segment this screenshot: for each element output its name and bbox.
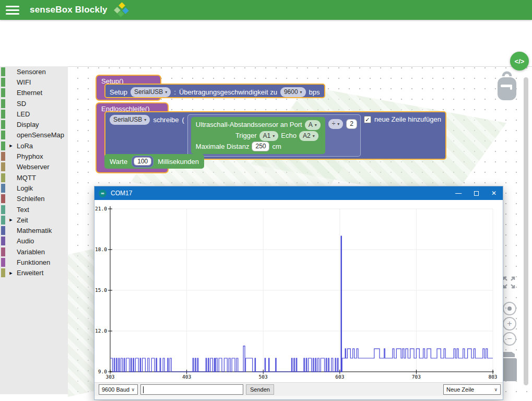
category-label: Webserver [17,163,50,171]
category-label: Display [17,121,39,128]
toolbox-category-erweitert[interactable]: ►Erweitert [0,268,68,278]
toolbox-category-opensensemap[interactable]: openSenseMap [0,130,68,140]
serial-print-block[interactable]: SerialUSB▾ schreibe ( Ultraschall-Abstan… [104,111,446,160]
max-distance-field[interactable]: 250 [252,141,269,151]
toolbox-category-audio[interactable]: Audio [0,236,68,246]
category-label: MQTT [17,174,36,182]
chevron-down-icon: ▾ [315,121,317,129]
sensor-label: Ultraschall-Abstandssensor an Port [196,121,302,128]
workspace-scrollbar[interactable] [524,77,528,385]
category-label: Audio [17,237,34,245]
divisor-field[interactable]: 2 [346,119,357,129]
category-color-chip [1,110,5,119]
zoom-reset-icon[interactable] [503,302,516,315]
minimize-button[interactable]: — [450,186,467,200]
echo-pin-dropdown[interactable]: A2▾ [299,131,318,141]
close-button[interactable]: ✕ [485,186,503,200]
category-label: Zeit [17,216,28,224]
trigger-pin-dropdown[interactable]: A1▾ [259,131,279,141]
toolbox-category-mqtt[interactable]: MQTT [0,172,68,183]
serial-port-dropdown[interactable]: SerialUSB▾ [131,87,171,97]
toolbox-category-webserver[interactable]: Webserver [0,162,68,172]
category-color-chip [1,268,5,277]
serial-begin-block[interactable]: Setup SerialUSB▾ : Übertragungsgeschwind… [104,84,325,98]
show-code-button[interactable]: </> [510,52,529,70]
category-label: LED [17,110,30,118]
baudrate-dropdown[interactable]: 9600▾ [280,87,306,97]
write-label: schreibe [153,114,179,126]
category-label: Text [17,206,29,214]
category-color-chip [1,226,5,235]
sensor-port-dropdown[interactable]: A▾ [305,120,321,130]
toolbox-category-sd[interactable]: SD [0,98,68,109]
line-ending-select[interactable]: Neue Zeile ∨ [443,384,501,395]
fullscreen-toggle-icon[interactable] [502,276,516,291]
serial-message-input[interactable] [140,384,243,395]
maximize-button[interactable] [467,186,485,200]
number-shadow-block[interactable]: 100 [132,156,153,168]
category-color-chip [1,99,5,108]
backpack-icon[interactable] [494,71,519,104]
toolbox-category-display[interactable]: Display [0,119,68,129]
category-label: WIFI [17,78,31,86]
category-color-chip [1,237,5,245]
wait-label: Warte [110,158,127,166]
operator-dropdown[interactable]: ÷▾ [328,119,344,129]
hamburger-menu-icon[interactable] [6,6,19,15]
category-color-chip [1,120,5,129]
toolbox-category-phyphox[interactable]: Phyphox [0,151,68,161]
category-label: LoRa [17,142,33,150]
category-label: Sensoren [17,68,46,76]
category-label: SD [17,100,26,108]
svg-text:603: 603 [335,374,344,380]
toolbox-category-led[interactable]: LED [0,109,68,119]
toolbox-category-schleifen[interactable]: Schleifen [0,194,68,204]
math-division-block[interactable]: Ultraschall-Abstandssensor an Port A▾ Tr… [187,114,361,157]
svg-text:15.0: 15.0 [95,287,107,293]
trigger-label: Trigger [235,132,257,139]
chevron-down-icon: ▾ [273,132,275,140]
app-title: senseBox Blockly [30,5,108,15]
sensebox-blockly-app: senseBox Blockly SensorenWIFIEthernetSDL… [0,0,532,401]
send-button[interactable]: Senden [246,384,274,395]
toolbox-category-text[interactable]: Text [0,204,68,215]
category-color-chip [1,194,5,203]
category-color-chip [1,141,5,150]
zoom-in-icon[interactable]: + [503,317,516,331]
svg-text:303: 303 [105,374,114,380]
toolbox-category-ethernet[interactable]: Ethernet [0,88,68,98]
app-header: senseBox Blockly [0,0,532,20]
text-cursor [143,386,144,393]
maximize-icon [474,191,479,196]
category-label: Schleifen [17,195,44,203]
wait-value-field[interactable]: 100 [134,157,151,166]
zoom-out-icon[interactable]: − [503,332,516,346]
toolbox-category-zeit[interactable]: ►Zeit [0,215,68,225]
toolbox-category-wifi[interactable]: WIFI [0,77,68,87]
category-color-chip [1,152,5,161]
svg-text:18.0: 18.0 [95,246,107,252]
tree-expand-arrow-icon: ► [5,270,17,276]
toolbox-category-variablen[interactable]: Variablen [0,246,68,257]
code-icon: </> [515,57,525,65]
toolbox-category-funktionen[interactable]: Funktionen [0,257,68,267]
ultrasonic-sensor-block[interactable]: Ultraschall-Abstandssensor an Port A▾ Tr… [191,117,325,154]
toolbox-category-mathematik[interactable]: Mathematik [0,225,68,235]
category-label: Logik [17,184,33,192]
window-titlebar[interactable]: ∞ COM17 — ✕ [94,186,503,200]
newline-checkbox[interactable]: ✓ [364,116,371,123]
category-color-chip [1,205,5,214]
svg-text:21.0: 21.0 [95,206,107,211]
category-color-chip [1,184,5,193]
toolbox-category-lora[interactable]: ►LoRa [0,140,68,151]
tree-expand-arrow-icon: ► [5,143,17,148]
tree-expand-arrow-icon: ► [5,217,17,222]
toolbox-category-logik[interactable]: Logik [0,183,68,193]
max-distance-label: Maximale Distanz [196,143,250,150]
setup-label: Setup [110,87,127,98]
svg-text:12.0: 12.0 [95,328,107,334]
wait-block[interactable]: Warte 100 Millisekunden [104,154,204,169]
baud-rate-select[interactable]: 9600 Baud ∨ [99,384,138,395]
serial-port-dropdown[interactable]: SerialUSB▾ [110,115,150,125]
toolbox-category-sensoren[interactable]: Sensoren [0,66,68,77]
